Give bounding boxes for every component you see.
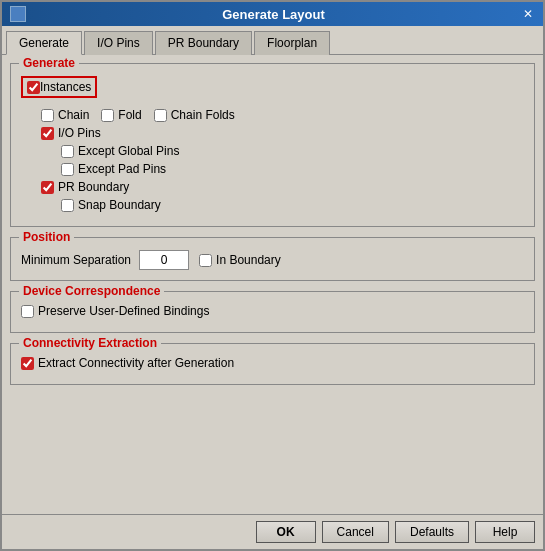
tab-pr-boundary[interactable]: PR Boundary [155, 31, 252, 55]
min-separation-label: Minimum Separation [21, 253, 131, 267]
title-bar: Generate Layout ✕ [2, 2, 543, 26]
extract-label: Extract Connectivity after Generation [38, 356, 234, 370]
pr-boundary-row: PR Boundary [41, 180, 524, 194]
snap-boundary-checkbox[interactable] [61, 199, 74, 212]
fold-item: Fold [101, 108, 141, 122]
in-boundary-label: In Boundary [216, 253, 281, 267]
tab-io-pins[interactable]: I/O Pins [84, 31, 153, 55]
preserve-item: Preserve User-Defined Bindings [21, 304, 209, 318]
position-row: Minimum Separation In Boundary [21, 250, 524, 270]
chain-label: Chain [58, 108, 89, 122]
tab-floorplan[interactable]: Floorplan [254, 31, 330, 55]
except-global-pins-checkbox[interactable] [61, 145, 74, 158]
fold-checkbox[interactable] [101, 109, 114, 122]
in-boundary-item: In Boundary [199, 253, 281, 267]
connectivity-group: Connectivity Extraction Extract Connecti… [10, 343, 535, 385]
tab-generate[interactable]: Generate [6, 31, 82, 55]
except-global-pins-item: Except Global Pins [61, 144, 179, 158]
io-pins-row: I/O Pins [41, 126, 524, 140]
instances-row: Instances [21, 76, 524, 102]
preserve-label: Preserve User-Defined Bindings [38, 304, 209, 318]
chain-folds-item: Chain Folds [154, 108, 235, 122]
device-group-title: Device Correspondence [19, 284, 164, 298]
ok-button[interactable]: OK [256, 521, 316, 543]
fold-label: Fold [118, 108, 141, 122]
close-button[interactable]: ✕ [521, 7, 535, 21]
generate-group-title: Generate [19, 56, 79, 70]
window-title: Generate Layout [26, 7, 521, 22]
chain-folds-label: Chain Folds [171, 108, 235, 122]
except-pad-pins-label: Except Pad Pins [78, 162, 166, 176]
pr-boundary-item: PR Boundary [41, 180, 129, 194]
main-window: Generate Layout ✕ Generate I/O Pins PR B… [0, 0, 545, 551]
tab-bar: Generate I/O Pins PR Boundary Floorplan [2, 26, 543, 55]
instances-box: Instances [21, 76, 97, 98]
pr-boundary-label: PR Boundary [58, 180, 129, 194]
chain-item: Chain [41, 108, 89, 122]
snap-boundary-row: Snap Boundary [61, 198, 524, 212]
io-pins-item: I/O Pins [41, 126, 101, 140]
except-global-pins-row: Except Global Pins [61, 144, 524, 158]
device-group: Device Correspondence Preserve User-Defi… [10, 291, 535, 333]
defaults-button[interactable]: Defaults [395, 521, 469, 543]
chain-fold-row: Chain Fold Chain Folds [41, 108, 524, 122]
connectivity-group-title: Connectivity Extraction [19, 336, 161, 350]
chain-folds-checkbox[interactable] [154, 109, 167, 122]
cancel-button[interactable]: Cancel [322, 521, 389, 543]
instances-checkbox[interactable] [27, 81, 40, 94]
instances-label: Instances [40, 80, 91, 94]
footer: OK Cancel Defaults Help [2, 514, 543, 549]
content-area: Generate Instances Chain Fold [2, 55, 543, 514]
except-pad-pins-item: Except Pad Pins [61, 162, 166, 176]
min-separation-input[interactable] [139, 250, 189, 270]
position-group-title: Position [19, 230, 74, 244]
extract-checkbox[interactable] [21, 357, 34, 370]
chain-checkbox[interactable] [41, 109, 54, 122]
snap-boundary-item: Snap Boundary [61, 198, 161, 212]
except-pad-pins-checkbox[interactable] [61, 163, 74, 176]
except-pad-pins-row: Except Pad Pins [61, 162, 524, 176]
snap-boundary-label: Snap Boundary [78, 198, 161, 212]
position-group: Position Minimum Separation In Boundary [10, 237, 535, 281]
preserve-row: Preserve User-Defined Bindings [21, 304, 524, 318]
io-pins-checkbox[interactable] [41, 127, 54, 140]
except-global-pins-label: Except Global Pins [78, 144, 179, 158]
pr-boundary-checkbox[interactable] [41, 181, 54, 194]
in-boundary-checkbox[interactable] [199, 254, 212, 267]
preserve-checkbox[interactable] [21, 305, 34, 318]
window-icon [10, 6, 26, 22]
help-button[interactable]: Help [475, 521, 535, 543]
generate-group: Generate Instances Chain Fold [10, 63, 535, 227]
extract-row: Extract Connectivity after Generation [21, 356, 524, 370]
extract-item: Extract Connectivity after Generation [21, 356, 234, 370]
io-pins-label: I/O Pins [58, 126, 101, 140]
